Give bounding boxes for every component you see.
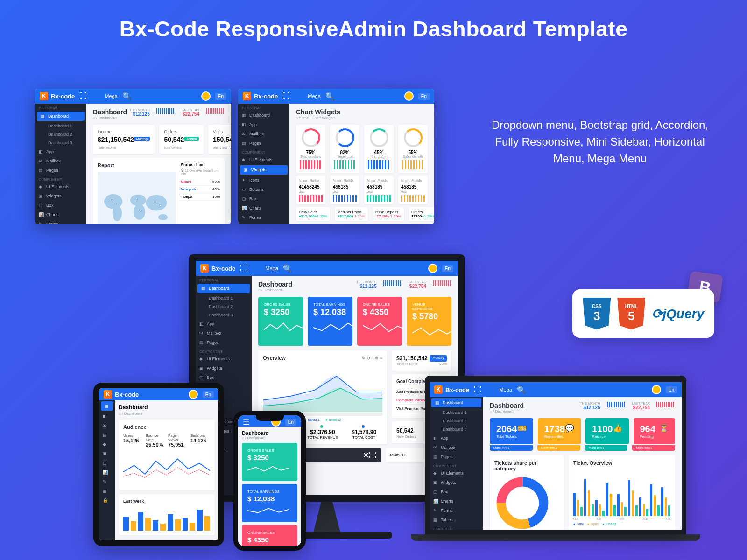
svg-point-9	[140, 210, 141, 211]
phone-notch	[256, 415, 284, 421]
metric-card: Member Profit+$17,800-1.25%	[335, 207, 368, 221]
expand-icon[interactable]: ⛶	[474, 385, 481, 394]
sidebar-item-dashboard2[interactable]: Dashboard 2	[35, 130, 86, 139]
expand-icon[interactable]: ⛶	[240, 264, 247, 273]
sidebar-item-dashboard[interactable]: ▦Dashboard	[431, 398, 481, 407]
svg-point-8	[136, 198, 137, 200]
avatar[interactable]	[652, 385, 661, 394]
brand[interactable]: KBx-code	[243, 92, 278, 100]
mega-menu[interactable]: Mega	[105, 93, 118, 99]
svg-point-2	[130, 195, 146, 206]
ticket-resolve[interactable]: 1100Resolve👍	[585, 418, 629, 444]
page-title: Chart Widgets	[296, 108, 340, 116]
sidebar-item-charts[interactable]: 📊Charts	[238, 203, 289, 213]
side-income: $21,150,542Monthly Total Income90%	[392, 350, 451, 371]
topbar: KBx-code ⛶ Mega 🔍 En	[35, 89, 231, 104]
ring-widget: 75%Total sessions	[296, 125, 325, 173]
breadcrumb: ⌂ / Dashboard	[93, 116, 127, 120]
ticket-pending[interactable]: 964Pending⏳	[634, 418, 676, 444]
svg-point-3	[134, 204, 145, 220]
sidebar-item-box[interactable]: ▢Box	[35, 201, 86, 210]
svg-point-7	[115, 203, 117, 205]
chat-icon: 💬	[565, 424, 574, 433]
sidebar-item-ui[interactable]: ◆UI Elements	[35, 182, 86, 191]
logo-icon: K	[40, 92, 48, 100]
sidebar-item-pages[interactable]: ▤Pages	[196, 338, 252, 347]
close-icon[interactable]: ✕⛶	[363, 451, 376, 460]
stat-venue-expenses: VENUE EXPENSES$ 5780	[407, 297, 451, 346]
sidebar-item-widgets[interactable]: ▣Widgets	[35, 191, 86, 201]
ring-widget: 45%Campaign	[364, 125, 394, 173]
avatar[interactable]	[428, 264, 437, 273]
sidebar-item-widgets[interactable]: ▣Widgets	[240, 165, 288, 175]
world-map[interactable]	[98, 172, 176, 224]
ticket-responded[interactable]: 1738Responded💬	[538, 418, 581, 444]
avatar[interactable]	[201, 91, 211, 101]
chart-tools[interactable]: ↻ Q ⌂ ⊕ ≡	[362, 356, 382, 360]
search-icon[interactable]: 🔍	[283, 264, 292, 273]
search-icon[interactable]: 🔍	[122, 92, 132, 101]
sidebar-item-dashboard1[interactable]: Dashboard 1	[35, 122, 86, 130]
audience-stats: Users15,125 Bounce Rate25.50% Page Views…	[123, 434, 210, 448]
sidebar-item-app[interactable]: ◧App	[35, 147, 86, 156]
badge: Monthly	[134, 137, 150, 141]
sidebar-item-mailbox[interactable]: ✉Mailbox	[196, 329, 252, 338]
city-stat: Miami, Florida458185USD	[398, 176, 428, 204]
sidebar: ▦Dashboard Dashboard 1 Dashboard 2 Dashb…	[430, 397, 483, 530]
tablet-audience: KBx-code En ▦ ◧ ✉ ▤ ◆ ▣ ▢ 📊 ✎ ▦ 🔒 Dashbo…	[93, 383, 224, 546]
sidebar-item-icons[interactable]: ✦Icons	[238, 175, 289, 185]
stat-gross-sales: GROSS SALES$ 3250	[258, 297, 303, 346]
ring-widget: 82%Target goal	[330, 125, 359, 173]
sidebar-item-app[interactable]: ◧App	[238, 120, 289, 129]
sidebar-item-mailbox[interactable]: ✉Mailbox	[35, 156, 86, 166]
brand[interactable]: KBx-code	[434, 385, 469, 394]
sidebar-item-pages[interactable]: ▤Pages	[238, 139, 289, 148]
brand[interactable]: KBx-code	[200, 264, 235, 273]
svg-point-4	[146, 195, 167, 211]
sidebar-item-dashboard3[interactable]: Dashboard 3	[35, 139, 86, 147]
report-title: Report	[98, 162, 114, 168]
menu-icon[interactable]: ☰	[243, 418, 249, 427]
sidebar-item-widgets[interactable]: ▣Widgets	[196, 364, 252, 373]
preview-window-dashboard-map: KBx-code ⛶ Mega 🔍 En PERSONAL ▦Dashboard…	[35, 89, 231, 224]
sidebar-item-pages[interactable]: ▤Pages	[35, 166, 86, 175]
avatar[interactable]	[189, 390, 198, 399]
ticket-total[interactable]: 2064Total Tickets🎫	[490, 418, 533, 444]
sidebar-item-box[interactable]: ▢Box	[238, 194, 289, 203]
sidebar-item-dashboard[interactable]: ▦Dashboard	[238, 111, 289, 120]
sidebar-item-buttons[interactable]: ▭Buttons	[238, 185, 289, 194]
sidebar-item-ui[interactable]: ◆UI Elements	[196, 354, 252, 364]
search-icon[interactable]: 🔍	[325, 92, 335, 101]
more-info-link[interactable]: More Info ▸	[490, 445, 533, 451]
sidebar-item-ui[interactable]: ◆UI Elements	[238, 155, 289, 164]
phone-dashboard: ☰En Dashboard ⌂ / Dashboard GROSS SALES$…	[233, 411, 306, 551]
sidebar-item-dashboard[interactable]: ▦	[101, 401, 113, 411]
language-selector[interactable]: En	[215, 93, 226, 100]
sidebar-item-tables[interactable]: ▦Tables	[238, 222, 289, 224]
sidebar-item-mailbox[interactable]: ✉Mailbox	[238, 129, 289, 139]
expand-icon[interactable]: ⛶	[282, 92, 290, 100]
sidebar-item-forms[interactable]: ✎Forms	[238, 213, 289, 222]
svg-point-11	[160, 205, 161, 206]
avatar[interactable]	[404, 91, 414, 101]
thumbs-up-icon: 👍	[613, 424, 622, 433]
stat-total-earnings: TOTAL EARNINGS$ 12,038	[308, 297, 352, 346]
page-title: Dashboard	[119, 404, 215, 411]
expand-icon[interactable]: ⛶	[79, 92, 87, 100]
sidebar-item-dashboard[interactable]: ▦Dashboard	[37, 112, 85, 121]
svg-point-5	[158, 214, 168, 220]
sidebar-item-charts[interactable]: 📊Charts	[35, 210, 86, 219]
city-row: Newyork40%	[181, 186, 220, 193]
metric-card: Issue Reports-27,49%-7.30%	[373, 207, 404, 221]
overview-chart[interactable]	[263, 364, 382, 416]
search-icon[interactable]: 🔍	[517, 385, 526, 394]
brand[interactable]: KBx-code	[40, 92, 75, 100]
sidebar-item-forms[interactable]: ✎Forms	[35, 219, 86, 224]
ticket-icon: 🎫	[517, 424, 527, 433]
feature-list: Dropdown menu, Bootstrap grid, Accordion…	[490, 117, 710, 167]
sidebar-item-dashboard[interactable]: ▦Dashboard	[197, 284, 250, 293]
sidebar-item-box[interactable]: ▢Box	[196, 373, 252, 382]
svg-point-6	[111, 199, 113, 201]
sidebar-item-app[interactable]: ◧App	[196, 319, 252, 329]
page-title: Dashboard	[258, 280, 292, 288]
